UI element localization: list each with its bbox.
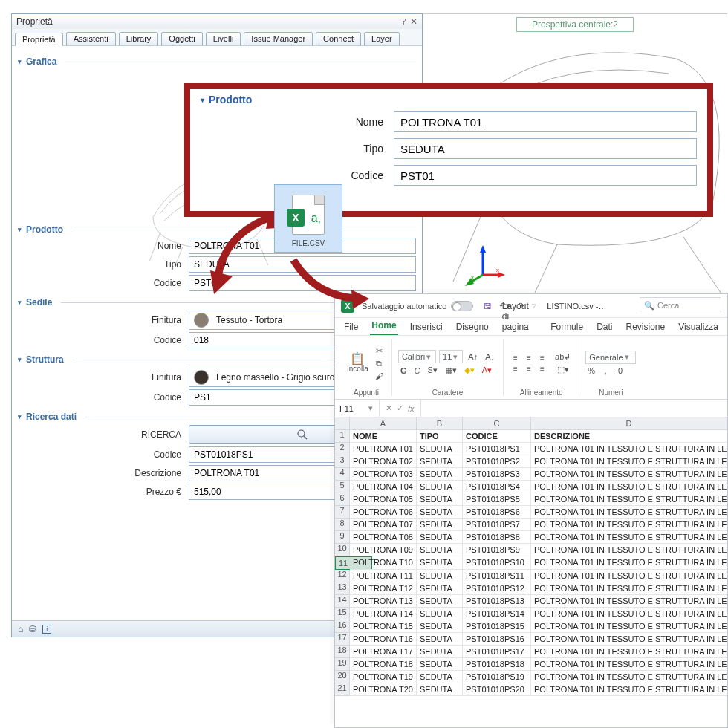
fill-color-icon[interactable]: ◆▾	[462, 365, 477, 376]
cell-B21[interactable]: SEDUTA	[417, 683, 463, 696]
tab-proprietà[interactable]: Proprietà	[15, 33, 63, 46]
cell-C17[interactable]: PST01018PS16	[463, 633, 531, 646]
comma-icon[interactable]: ,	[600, 365, 611, 376]
rownum-20[interactable]: 20	[335, 671, 350, 683]
fontsize-select[interactable]: 11▾	[439, 350, 463, 363]
shrink-font-icon[interactable]: A↓	[483, 351, 497, 362]
align-middle-icon[interactable]: ≡	[523, 353, 535, 363]
cell-C11[interactable]: PST01018PS10	[463, 556, 531, 570]
menu-visualizza[interactable]: Visualizza	[677, 320, 720, 335]
overlay-codice-input[interactable]	[394, 165, 697, 186]
cell-B8[interactable]: SEDUTA	[417, 519, 463, 531]
menu-home[interactable]: Home	[370, 319, 397, 335]
align-bottom-icon[interactable]: ≡	[536, 353, 548, 363]
cell-C7[interactable]: PST01018PS6	[463, 506, 531, 519]
cell-B19[interactable]: SEDUTA	[417, 658, 463, 671]
cell-C9[interactable]: PST01018PS8	[463, 531, 531, 544]
cell-D4[interactable]: POLTRONA T01 IN TESSUTO E STRUTTURA IN L…	[531, 468, 727, 481]
cell-A17[interactable]: POLTRONA T16	[350, 633, 417, 646]
cell-D20[interactable]: POLTRONA T01 IN TESSUTO E STRUTTURA IN L…	[531, 671, 727, 683]
menu-layout-di-pagina[interactable]: Layout di pagina	[501, 299, 539, 335]
csv-file-icon[interactable]: Xa, FILE.CSV	[274, 184, 342, 253]
currency-icon[interactable]: %	[585, 365, 597, 376]
inc-dec-icon[interactable]: .0	[614, 365, 625, 376]
tab-library[interactable]: Library	[119, 32, 159, 45]
align-right-icon[interactable]: ≡	[536, 364, 548, 374]
spreadsheet-grid[interactable]: ABCD1NOMETIPOCODICEDESCRIZIONE2POLTRONA …	[335, 417, 727, 696]
cell-C19[interactable]: PST01018PS18	[463, 658, 531, 671]
rownum-1[interactable]: 1	[335, 430, 350, 443]
wrap-text-icon[interactable]: ab↲	[553, 351, 573, 363]
accept-formula-icon[interactable]: ✓	[397, 403, 403, 413]
copy-icon[interactable]: ⧉	[373, 358, 386, 369]
cell-B20[interactable]: SEDUTA	[417, 671, 463, 683]
col-D[interactable]: D	[531, 417, 727, 430]
paste-button[interactable]: 📋Incolla	[347, 353, 368, 373]
cell-B7[interactable]: SEDUTA	[417, 506, 463, 519]
rownum-19[interactable]: 19	[335, 658, 350, 671]
cell-A11[interactable]: POLTRONA T10	[350, 556, 417, 570]
rownum-7[interactable]: 7	[335, 506, 350, 519]
cell-C10[interactable]: PST01018PS9	[463, 544, 531, 556]
cell-B2[interactable]: SEDUTA	[417, 443, 463, 455]
grow-font-icon[interactable]: A↑	[466, 351, 480, 362]
format-painter-icon[interactable]: 🖌	[373, 371, 386, 381]
cancel-formula-icon[interactable]: ✕	[386, 403, 392, 413]
italic-icon[interactable]: C	[412, 365, 422, 376]
cell-A21[interactable]: POLTRONA T20	[350, 683, 417, 696]
cell-C15[interactable]: PST01018PS14	[463, 608, 531, 620]
corner-cell[interactable]	[335, 417, 350, 430]
cell-A7[interactable]: POLTRONA T06	[350, 506, 417, 519]
footer-db-icon[interactable]: ⛁	[29, 624, 36, 634]
rownum-17[interactable]: 17	[335, 633, 350, 646]
tab-issue-manager[interactable]: Issue Manager	[244, 32, 313, 45]
autosave-toggle[interactable]	[451, 301, 473, 311]
cell-C21[interactable]: PST01018PS20	[463, 683, 531, 696]
menu-inserisci[interactable]: Inserisci	[409, 320, 444, 335]
cell-D21[interactable]: POLTRONA T01 IN TESSUTO E STRUTTURA IN L…	[531, 683, 727, 696]
cell-C20[interactable]: PST01018PS19	[463, 671, 531, 683]
cell-B5[interactable]: SEDUTA	[417, 481, 463, 493]
rownum-18[interactable]: 18	[335, 646, 350, 658]
number-format-select[interactable]: Generale▾	[585, 351, 636, 364]
cell-D14[interactable]: POLTRONA T01 IN TESSUTO E STRUTTURA IN L…	[531, 595, 727, 608]
menu-formule[interactable]: Formule	[549, 320, 585, 335]
cell-D10[interactable]: POLTRONA T01 IN TESSUTO E STRUTTURA IN L…	[531, 544, 727, 556]
rownum-16[interactable]: 16	[335, 620, 350, 633]
rownum-8[interactable]: 8	[335, 519, 350, 531]
cell-A15[interactable]: POLTRONA T14	[350, 608, 417, 620]
cell-B4[interactable]: SEDUTA	[417, 468, 463, 481]
cell-D9[interactable]: POLTRONA T01 IN TESSUTO E STRUTTURA IN L…	[531, 531, 727, 544]
save-icon[interactable]: 🖫	[484, 302, 492, 311]
font-color-icon[interactable]: A▾	[480, 365, 494, 376]
cell-A8[interactable]: POLTRONA T07	[350, 519, 417, 531]
cell-A5[interactable]: POLTRONA T04	[350, 481, 417, 493]
rownum-15[interactable]: 15	[335, 608, 350, 620]
cell-B18[interactable]: SEDUTA	[417, 646, 463, 658]
border-icon[interactable]: ▦▾	[443, 365, 459, 376]
col-A[interactable]: A	[350, 417, 417, 430]
tab-oggetti[interactable]: Oggetti	[161, 32, 202, 45]
cell-D5[interactable]: POLTRONA T01 IN TESSUTO E STRUTTURA IN L…	[531, 481, 727, 493]
cell-B9[interactable]: SEDUTA	[417, 531, 463, 544]
section-grafica[interactable]: Grafica	[18, 56, 416, 67]
cell-C18[interactable]: PST01018PS17	[463, 646, 531, 658]
rownum-10[interactable]: 10	[335, 544, 350, 556]
cell-A3[interactable]: POLTRONA T02	[350, 455, 417, 468]
tab-layer[interactable]: Layer	[364, 32, 400, 45]
cell-D6[interactable]: POLTRONA T01 IN TESSUTO E STRUTTURA IN L…	[531, 493, 727, 506]
bold-icon[interactable]: G	[398, 365, 409, 376]
cell-A2[interactable]: POLTRONA T01	[350, 443, 417, 455]
rownum-2[interactable]: 2	[335, 443, 350, 455]
cell-C8[interactable]: PST01018PS7	[463, 519, 531, 531]
cell-A19[interactable]: POLTRONA T18	[350, 658, 417, 671]
cell-D15[interactable]: POLTRONA T01 IN TESSUTO E STRUTTURA IN L…	[531, 608, 727, 620]
cell-D19[interactable]: POLTRONA T01 IN TESSUTO E STRUTTURA IN L…	[531, 658, 727, 671]
cell-A1[interactable]: NOME	[350, 430, 417, 443]
cell-A10[interactable]: POLTRONA T09	[350, 544, 417, 556]
cell-A18[interactable]: POLTRONA T17	[350, 646, 417, 658]
cell-A12[interactable]: POLTRONA T11	[350, 570, 417, 582]
rownum-5[interactable]: 5	[335, 481, 350, 493]
cut-icon[interactable]: ✂	[373, 345, 386, 357]
cell-B14[interactable]: SEDUTA	[417, 595, 463, 608]
